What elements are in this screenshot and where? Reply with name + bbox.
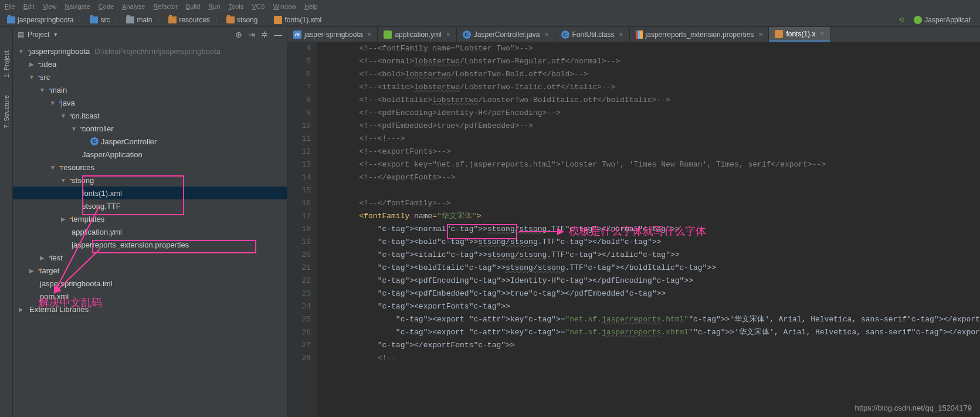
menu-item-navigate[interactable]: Navigate: [65, 3, 90, 10]
code-line[interactable]: <!--<pdfEmbedded>true</pdfEmbedded>-->: [323, 120, 974, 133]
tree-node-18[interactable]: jasperspringboota.iml: [13, 277, 287, 290]
tree-node-0[interactable]: ▼ jasperspringboota D:\ideaProject\hrm\j…: [13, 45, 287, 57]
code-line[interactable]: "c-tag"><italic"c-tag">>stsong/stsong.TT…: [323, 249, 974, 262]
target-icon[interactable]: ⊕: [235, 30, 242, 39]
menu-item-tools[interactable]: Tools: [229, 3, 244, 10]
code-line[interactable]: <!--<!--->: [323, 133, 974, 145]
menu-item-help[interactable]: Help: [304, 3, 318, 10]
tree-node-20[interactable]: ▶ External Libraries: [13, 303, 287, 316]
menu-item-window[interactable]: Window: [273, 3, 296, 10]
tree-node-3[interactable]: ▼ main: [13, 83, 287, 96]
menu-item-analyze[interactable]: Analyze: [122, 3, 145, 10]
close-icon[interactable]: ×: [758, 30, 762, 39]
code-line[interactable]: <!--<bold>lobstertwo/LobsterTwo-Bold.otf…: [323, 68, 974, 81]
code-content[interactable]: <!--<fontFamily name="Lobster Two">--> <…: [317, 42, 980, 417]
code-line[interactable]: <fontFamily name="华文宋体">: [323, 210, 974, 223]
menu-item-build[interactable]: Build: [186, 3, 200, 10]
tree-node-16[interactable]: ▶ test: [13, 251, 287, 264]
tree-node-12[interactable]: stsong.TTF: [13, 199, 287, 212]
tree-node-4[interactable]: ▼ java: [13, 96, 287, 109]
run-config-selector[interactable]: JasperApplicat: [909, 15, 975, 25]
tree-node-5[interactable]: ▼ cn.itcast: [13, 109, 287, 122]
collapse-icon[interactable]: ⇥: [248, 30, 255, 39]
menu-item-code[interactable]: Code: [99, 3, 114, 10]
breadcrumb-1[interactable]: src〉: [87, 15, 124, 25]
chevron-down-icon[interactable]: ▼: [53, 32, 58, 38]
menu-item-view[interactable]: View: [43, 3, 57, 10]
tree-node-9[interactable]: ▼ resources: [13, 161, 287, 174]
tree-chevron[interactable]: ▶: [39, 255, 46, 261]
tree-chevron[interactable]: ▶: [60, 216, 67, 222]
tool-rail-1[interactable]: 7: Structure: [3, 95, 10, 128]
close-icon[interactable]: ×: [545, 30, 549, 39]
tree-node-14[interactable]: application.yml: [13, 225, 287, 238]
code-editor[interactable]: 4567891011121314151617181920212223242526…: [287, 42, 980, 417]
hide-icon[interactable]: —: [274, 30, 282, 39]
code-line[interactable]: "c-tag"><export "c-attr">key"c-tag">="ne…: [323, 313, 974, 326]
tree-node-13[interactable]: ▶ templates: [13, 212, 287, 225]
tree-node-11[interactable]: fonts(1).xml: [13, 187, 287, 199]
code-line[interactable]: "c-tag"><pdfEncoding"c-tag">>Identity-H"…: [323, 274, 974, 287]
tree-chevron[interactable]: ▼: [60, 113, 67, 119]
breadcrumb-2[interactable]: main〉: [124, 15, 166, 25]
code-line[interactable]: <!--: [323, 352, 974, 365]
breadcrumb-5[interactable]: fonts(1).xml: [272, 16, 324, 24]
breadcrumb-3[interactable]: resources〉: [166, 15, 224, 25]
tree-node-15[interactable]: jasperreports_extension.properties: [13, 238, 287, 251]
gear-icon[interactable]: ✲: [261, 30, 268, 39]
editor-tab-0[interactable]: mjasper-springboota×: [287, 27, 378, 42]
menu-item-run[interactable]: Run: [208, 3, 220, 10]
tree-chevron[interactable]: ▶: [28, 61, 35, 67]
close-icon[interactable]: ×: [619, 30, 623, 39]
code-line[interactable]: [323, 184, 974, 197]
code-line[interactable]: "c-tag"><pdfEmbedded"c-tag">>true"c-tag"…: [323, 287, 974, 300]
code-line[interactable]: "c-tag"><boldItalic"c-tag">>stsong/stson…: [323, 262, 974, 274]
tree-chevron[interactable]: ▼: [28, 74, 35, 80]
breadcrumb-0[interactable]: jasperspringboota〉: [5, 15, 87, 25]
tree-chevron[interactable]: ▼: [49, 164, 56, 171]
tool-rail-0[interactable]: 1: Project: [3, 50, 10, 77]
editor-tab-2[interactable]: CJasperController.java×: [457, 27, 555, 42]
sync-icon[interactable]: ⟲: [898, 16, 904, 24]
code-line[interactable]: <!--<boldItalic>lobstertwo/LobsterTwo-Bo…: [323, 94, 974, 107]
code-line[interactable]: "c-tag"></exportFonts"c-tag">>: [323, 339, 974, 352]
close-icon[interactable]: ×: [820, 30, 824, 38]
code-line[interactable]: <!--<italic>lobstertwo/LobsterTwo-Italic…: [323, 81, 974, 94]
code-line[interactable]: <!--</exportFonts>-->: [323, 171, 974, 184]
breadcrumb-4[interactable]: stsong〉: [224, 15, 272, 25]
tree-node-19[interactable]: pom.xml: [13, 290, 287, 303]
tree-chevron[interactable]: ▶: [28, 267, 35, 274]
code-line[interactable]: "c-tag"><exportFonts"c-tag">>: [323, 300, 974, 313]
tree-node-6[interactable]: ▼ controller: [13, 122, 287, 135]
project-tree[interactable]: ▼ jasperspringboota D:\ideaProject\hrm\j…: [13, 42, 287, 318]
tree-node-10[interactable]: ▼ stsong: [13, 174, 287, 187]
menu-item-file[interactable]: File: [5, 3, 15, 10]
tree-chevron[interactable]: ▼: [39, 87, 46, 93]
tree-chevron[interactable]: ▶: [18, 306, 25, 313]
tree-chevron[interactable]: ▼: [49, 100, 56, 106]
menu-item-edit[interactable]: Edit: [23, 3, 35, 10]
code-line[interactable]: <!--<exportFonts>-->: [323, 145, 974, 158]
editor-tab-1[interactable]: application.yml×: [378, 27, 456, 42]
close-icon[interactable]: ×: [367, 30, 371, 39]
code-line[interactable]: "c-tag"><export "c-attr">key"c-tag">="ne…: [323, 326, 974, 339]
menu-bar[interactable]: FileEditViewNavigateCodeAnalyzeRefactorB…: [0, 0, 980, 13]
editor-tab-4[interactable]: jasperreports_extension.properties×: [630, 27, 769, 42]
editor-tab-5[interactable]: fonts(1).x×: [769, 27, 830, 42]
tree-node-1[interactable]: ▶ .idea: [13, 57, 287, 70]
code-line[interactable]: <!--</fontFamily>-->: [323, 197, 974, 210]
tree-chevron[interactable]: ▼: [18, 48, 25, 55]
tree-chevron[interactable]: ▼: [70, 126, 77, 132]
menu-item-vcs[interactable]: VCS: [252, 3, 265, 10]
tree-node-8[interactable]: JasperApplication: [13, 148, 287, 161]
code-line[interactable]: <!--<normal>lobstertwo/LobsterTwo-Regula…: [323, 55, 974, 68]
code-line[interactable]: "c-tag"><bold"c-tag">>stsong/stsong.TTF"…: [323, 236, 974, 249]
menu-item-refactor[interactable]: Refactor: [153, 3, 178, 10]
close-icon[interactable]: ×: [446, 30, 450, 39]
tree-chevron[interactable]: ▼: [60, 177, 67, 184]
editor-tabs[interactable]: mjasper-springboota×application.yml×CJas…: [287, 27, 980, 42]
tree-node-17[interactable]: ▶ target: [13, 264, 287, 277]
editor-tab-3[interactable]: CFontUtil.class×: [555, 27, 630, 42]
code-line[interactable]: <!--<fontFamily name="Lobster Two">-->: [323, 42, 974, 55]
code-line[interactable]: "c-tag"><normal"c-tag">>stsong/stsong.TT…: [323, 223, 974, 236]
